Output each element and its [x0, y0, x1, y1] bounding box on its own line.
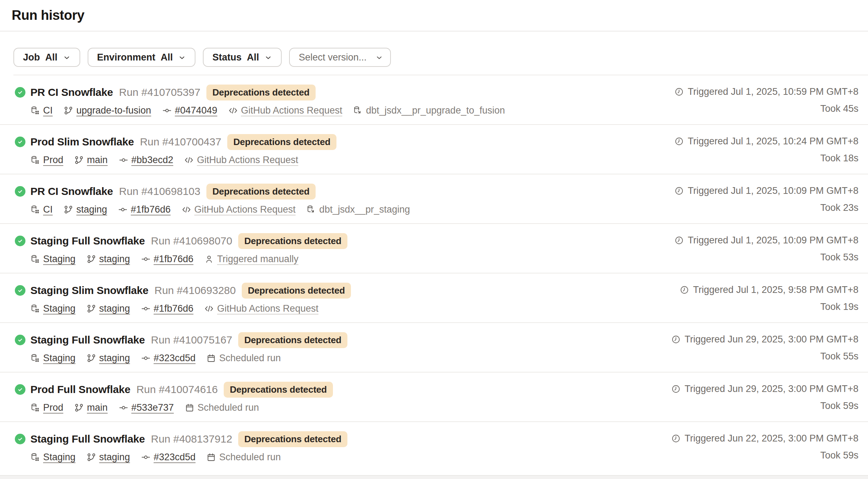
run-number[interactable]: Run #410074616 — [136, 383, 218, 396]
git-commit-icon — [119, 403, 128, 412]
branch-link[interactable]: main — [87, 402, 108, 413]
trigger-item: Triggered manually — [204, 254, 298, 265]
commit-item: #323cd5d — [141, 353, 196, 364]
schema-icon — [306, 205, 316, 214]
trigger-item: GitHub Actions Request — [228, 105, 342, 116]
environment-link[interactable]: Staging — [43, 303, 76, 314]
environment-filter-value: All — [161, 52, 173, 63]
run-job-name[interactable]: PR CI Snowflake — [30, 86, 113, 98]
triggered-timestamp: Triggered Jul 1, 2025, 9:58 PM GMT+8 — [693, 284, 858, 295]
run-row[interactable]: Staging Full Snowflake Run #410698070 De… — [0, 224, 868, 273]
duration-label: Took 55s — [820, 351, 858, 362]
trigger-label[interactable]: Triggered manually — [217, 254, 298, 265]
bottom-scroll-strip[interactable] — [0, 475, 868, 479]
trigger-label[interactable]: GitHub Actions Request — [194, 204, 296, 215]
run-side: Triggered Jun 22, 2025, 3:00 PM GMT+8 To… — [671, 432, 858, 461]
triggered-line: Triggered Jun 22, 2025, 3:00 PM GMT+8 — [671, 433, 858, 444]
run-number[interactable]: Run #408137912 — [151, 433, 232, 445]
environment-link[interactable]: Staging — [43, 254, 76, 265]
run-list: PR CI Snowflake Run #410705397 Deprecati… — [0, 75, 868, 472]
environment-item: Staging — [30, 254, 76, 265]
run-row[interactable]: Prod Full Snowflake Run #410074616 Depre… — [0, 373, 868, 422]
run-job-name[interactable]: Staging Full Snowflake — [30, 433, 145, 445]
git-commit-icon — [118, 205, 128, 214]
run-number[interactable]: Run #410698103 — [119, 185, 200, 197]
run-number[interactable]: Run #410075167 — [151, 334, 232, 346]
commit-link[interactable]: #323cd5d — [154, 353, 196, 364]
run-success-icon — [15, 137, 25, 147]
environment-link[interactable]: Staging — [43, 353, 76, 364]
code-icon — [228, 106, 238, 115]
run-main: Staging Full Snowflake Run #410075167 De… — [30, 333, 347, 364]
run-success-icon — [15, 186, 25, 197]
run-row[interactable]: Prod Slim Snowflake Run #410700437 Depre… — [0, 125, 868, 174]
git-branch-icon — [87, 304, 96, 313]
commit-link[interactable]: #323cd5d — [154, 452, 196, 463]
branch-item: staging — [87, 452, 130, 463]
version-filter-select[interactable]: Select version... — [289, 48, 391, 67]
commit-link[interactable]: #1fb76d6 — [154, 303, 194, 314]
run-job-name[interactable]: Staging Slim Snowflake — [30, 284, 148, 296]
run-row[interactable]: PR CI Snowflake Run #410705397 Deprecati… — [0, 75, 868, 125]
run-job-name[interactable]: Prod Slim Snowflake — [30, 136, 134, 148]
commit-link[interactable]: #bb3ecd2 — [131, 155, 174, 166]
commit-link[interactable]: #1fb76d6 — [154, 254, 194, 265]
branch-link[interactable]: upgrade-to-fusion — [76, 105, 151, 116]
run-main: PR CI Snowflake Run #410698103 Deprecati… — [30, 184, 410, 216]
duration-label: Took 45s — [820, 103, 858, 114]
run-meta-line: Staging staging — [30, 451, 347, 463]
run-meta-line: CI upgrade-to-fusion — [30, 104, 505, 117]
trigger-label: Scheduled run — [219, 452, 281, 463]
run-number[interactable]: Run #410698070 — [151, 235, 232, 247]
run-job-name[interactable]: Prod Full Snowflake — [30, 383, 130, 396]
trigger-label[interactable]: GitHub Actions Request — [217, 303, 318, 314]
job-filter-label: Job — [23, 52, 40, 63]
deprecations-badge: Deprecations detected — [224, 382, 333, 398]
trigger-label[interactable]: GitHub Actions Request — [197, 155, 298, 166]
branch-link[interactable]: main — [87, 155, 108, 166]
environment-filter-button[interactable]: Environment All — [88, 48, 196, 67]
page-header: Run history — [0, 0, 868, 31]
commit-link[interactable]: #1fb76d6 — [131, 204, 171, 215]
branch-link[interactable]: staging — [99, 254, 130, 265]
branch-link[interactable]: staging — [99, 303, 130, 314]
trigger-item: GitHub Actions Request — [184, 155, 298, 166]
clock-icon — [674, 137, 684, 146]
branch-link[interactable]: staging — [99, 353, 130, 364]
branch-link[interactable]: staging — [76, 204, 107, 215]
branch-link[interactable]: staging — [99, 452, 130, 463]
run-number[interactable]: Run #410693280 — [154, 284, 236, 296]
run-number[interactable]: Run #410700437 — [140, 136, 221, 148]
environment-link[interactable]: Staging — [43, 452, 76, 463]
run-success-icon — [15, 384, 25, 395]
triggered-line: Triggered Jul 1, 2025, 9:58 PM GMT+8 — [680, 284, 858, 295]
run-job-name[interactable]: Staging Full Snowflake — [30, 334, 145, 346]
environment-link[interactable]: Prod — [43, 402, 63, 413]
run-row[interactable]: Staging Slim Snowflake Run #410693280 De… — [0, 273, 868, 323]
environment-link[interactable]: Prod — [43, 155, 63, 166]
run-job-name[interactable]: Staging Full Snowflake — [30, 235, 145, 247]
git-branch-icon — [64, 106, 73, 115]
run-row[interactable]: Staging Full Snowflake Run #408137912 De… — [0, 422, 868, 472]
run-row[interactable]: Staging Full Snowflake Run #410075167 De… — [0, 323, 868, 373]
run-row[interactable]: PR CI Snowflake Run #410698103 Deprecati… — [0, 174, 868, 224]
triggered-timestamp: Triggered Jun 22, 2025, 3:00 PM GMT+8 — [685, 433, 858, 444]
job-filter-button[interactable]: Job All — [13, 48, 80, 67]
status-filter-button[interactable]: Status All — [203, 48, 282, 67]
run-number[interactable]: Run #410705397 — [119, 86, 200, 98]
duration-label: Took 53s — [820, 252, 858, 263]
clock-icon — [674, 236, 684, 245]
run-main: PR CI Snowflake Run #410705397 Deprecati… — [30, 85, 505, 117]
environment-link[interactable]: CI — [43, 204, 53, 215]
chevron-down-icon — [178, 54, 186, 62]
commit-link[interactable]: #0474049 — [175, 105, 217, 116]
environment-item: CI — [30, 105, 53, 116]
git-branch-icon — [64, 205, 73, 214]
triggered-line: Triggered Jul 1, 2025, 10:24 PM GMT+8 — [674, 136, 858, 147]
run-success-icon — [15, 87, 25, 98]
run-job-name[interactable]: PR CI Snowflake — [30, 185, 113, 197]
calendar-icon — [185, 403, 194, 412]
environment-link[interactable]: CI — [43, 105, 53, 116]
trigger-label[interactable]: GitHub Actions Request — [241, 105, 342, 116]
commit-link[interactable]: #533e737 — [131, 402, 174, 413]
